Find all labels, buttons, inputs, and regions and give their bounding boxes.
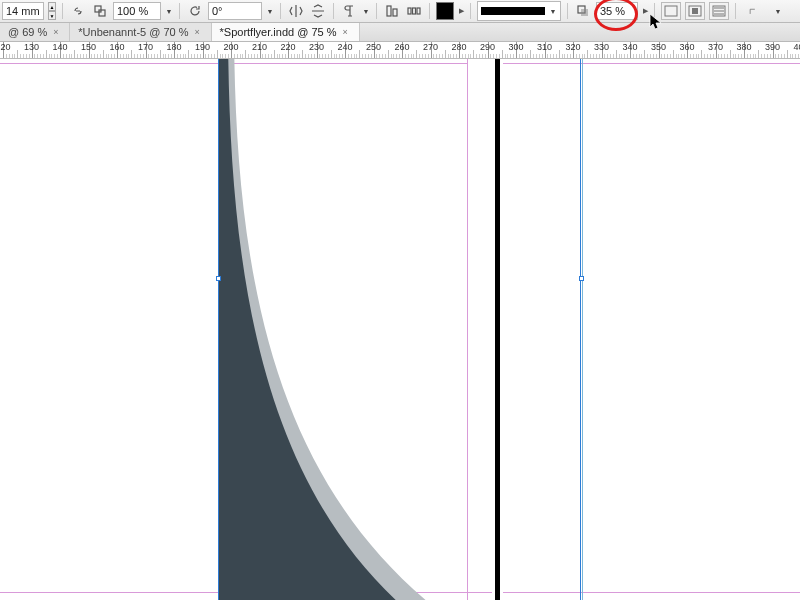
ruler-tick: [621, 54, 622, 58]
ruler-tick: [547, 54, 548, 58]
rotation-field[interactable]: 0°: [208, 2, 262, 20]
margin-guide: [503, 63, 800, 64]
ruler-tick: [684, 54, 685, 58]
ruler-tick: [738, 54, 739, 58]
ruler-tick: [57, 54, 58, 58]
corner-options-icon[interactable]: [742, 2, 770, 20]
close-icon[interactable]: ×: [195, 28, 203, 36]
ruler-tick-label: 240: [337, 42, 352, 52]
corner-options-dropdown[interactable]: ▼: [774, 8, 782, 15]
selection-handle[interactable]: [579, 276, 584, 281]
ruler-tick: [579, 54, 580, 58]
ruler-guide[interactable]: [218, 59, 219, 600]
ruler-tick: [624, 54, 625, 58]
ruler-tick: [120, 54, 121, 58]
ruler-tick: [562, 54, 563, 58]
ruler-tick: [641, 54, 642, 58]
ruler-tick: [468, 54, 469, 58]
paragraph-style-icon[interactable]: [340, 2, 358, 20]
scale-percent-field[interactable]: 100 %: [113, 2, 161, 20]
close-icon[interactable]: ×: [343, 28, 351, 36]
document-tab[interactable]: @ 69 % ×: [0, 23, 70, 41]
close-icon[interactable]: ×: [53, 28, 61, 36]
ruler-tick-label: 350: [651, 42, 666, 52]
ruler-tick: [493, 54, 494, 58]
ruler-tick: [183, 54, 184, 58]
ruler-tick-label: 230: [309, 42, 324, 52]
dimension-spinner[interactable]: ▲▼: [48, 2, 56, 20]
document-tab[interactable]: *Unbenannt-5 @ 70 % ×: [70, 23, 211, 41]
ruler-tick: [482, 54, 483, 58]
ruler-tick: [157, 54, 158, 58]
align-icon[interactable]: [383, 2, 401, 20]
link-icon[interactable]: [69, 2, 87, 20]
ruler-tick: [770, 54, 771, 58]
document-tab-bar: @ 69 % × *Unbenannt-5 @ 70 % × *Sportfly…: [0, 23, 800, 42]
ruler-tick: [704, 54, 705, 58]
ruler-tick: [559, 50, 560, 58]
ruler-tick: [733, 54, 734, 58]
ruler-tick: [17, 50, 18, 58]
dimension-field[interactable]: 14 mm: [2, 2, 44, 20]
ruler-tick: [522, 54, 523, 58]
ruler-tick: [419, 54, 420, 58]
ruler-tick: [678, 54, 679, 58]
distribute-icon[interactable]: [405, 2, 423, 20]
ruler-tick: [616, 50, 617, 58]
ruler-tick: [408, 54, 409, 58]
text-wrap-none-icon[interactable]: [661, 2, 681, 20]
fill-swatch[interactable]: [436, 2, 454, 20]
selection-handle[interactable]: [216, 276, 221, 281]
ruler-tick: [587, 50, 588, 58]
document-canvas[interactable]: [0, 59, 800, 600]
separator: [567, 3, 568, 19]
ruler-tick: [197, 54, 198, 58]
margin-guide: [0, 63, 467, 64]
text-wrap-shape-icon[interactable]: [709, 2, 729, 20]
ruler-tick: [536, 54, 537, 58]
ruler-tick: [6, 54, 7, 58]
ruler-tick: [339, 54, 340, 58]
ruler-tick: [100, 54, 101, 58]
ruler-tick: [271, 54, 272, 58]
text-wrap-bounding-icon[interactable]: [685, 2, 705, 20]
paragraph-style-dropdown[interactable]: ▼: [362, 8, 370, 15]
ruler-tick: [262, 54, 263, 58]
ruler-tick: [721, 54, 722, 58]
ruler-tick: [151, 54, 152, 58]
ruler-tick: [778, 54, 779, 58]
ruler-guide[interactable]: [582, 59, 583, 600]
ruler-tick: [627, 54, 628, 58]
stroke-style-field[interactable]: ▼: [477, 1, 561, 21]
ruler-tick: [690, 54, 691, 58]
ruler-tick: [496, 54, 497, 58]
ruler-tick: [214, 54, 215, 58]
ruler-tick: [470, 54, 471, 58]
horizontal-ruler[interactable]: 1201301401501601701801902002102202302402…: [0, 42, 800, 59]
ruler-tick: [111, 54, 112, 58]
ruler-tick: [567, 54, 568, 58]
rotation-dropdown[interactable]: ▼: [266, 8, 274, 15]
ruler-tick: [613, 54, 614, 58]
document-tab[interactable]: *Sportflyer.indd @ 75 % ×: [212, 23, 360, 41]
flip-vertical-icon[interactable]: [309, 2, 327, 20]
stroke-style-dropdown[interactable]: ▼: [549, 8, 557, 15]
tint-percent-field[interactable]: 35 %: [596, 2, 638, 20]
scale-dropdown[interactable]: ▼: [165, 8, 173, 15]
ruler-tick: [336, 54, 337, 58]
ruler-tick: [750, 54, 751, 58]
tint-flyout[interactable]: ▶: [642, 3, 648, 19]
separator: [654, 3, 655, 19]
ruler-tick: [639, 54, 640, 58]
ruler-tick: [368, 54, 369, 58]
effects-icon[interactable]: [574, 2, 592, 20]
ruler-tick: [499, 54, 500, 58]
ruler-tick: [604, 54, 605, 58]
ruler-tick-label: 280: [451, 42, 466, 52]
fill-flyout[interactable]: ▶: [458, 3, 464, 19]
flip-horizontal-icon[interactable]: [287, 2, 305, 20]
ruler-tick: [525, 54, 526, 58]
ruler-tick: [74, 50, 75, 58]
ruler-tick: [388, 50, 389, 58]
ruler-tick: [550, 54, 551, 58]
